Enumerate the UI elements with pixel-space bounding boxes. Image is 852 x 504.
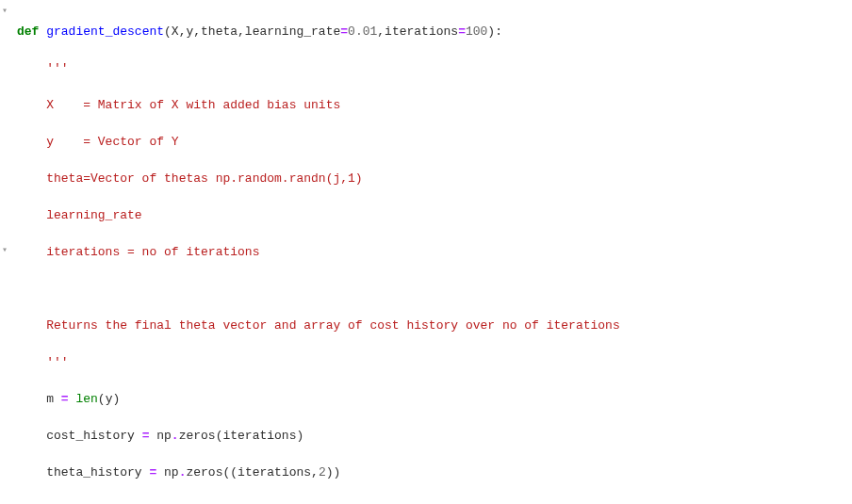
- keyword-def: def: [17, 24, 39, 39]
- docstring-line: iterations = no of iterations: [17, 243, 852, 262]
- code-gutter: ▾ ▾: [0, 0, 13, 504]
- docstring-line: y = Vector of Y: [17, 133, 852, 152]
- docstring-line: [17, 280, 852, 299]
- fold-marker-icon[interactable]: ▾: [2, 4, 8, 18]
- docstring-line: Returns the final theta vector and array…: [17, 317, 852, 335]
- fold-marker-icon[interactable]: ▾: [2, 243, 8, 257]
- code-line: theta_history = np.zeros((iterations,2)): [17, 463, 852, 482]
- code-line: cost_history = np.zeros(iterations): [17, 427, 852, 446]
- docstring-line: ''': [17, 353, 852, 372]
- docstring-line: theta=Vector of thetas np.random.randn(j…: [17, 170, 852, 188]
- code-line: def gradient_descent(X,y,theta,learning_…: [17, 23, 852, 41]
- code-block: def gradient_descent(X,y,theta,learning_…: [15, 4, 852, 504]
- function-name: gradient_descent: [46, 24, 164, 39]
- docstring-line: ''': [17, 59, 852, 78]
- docstring-line: learning_rate: [17, 206, 852, 225]
- code-line: for it in range(iterations):: [17, 500, 852, 505]
- docstring-line: X = Matrix of X with added bias units: [17, 96, 852, 115]
- code-line: m = len(y): [17, 390, 852, 409]
